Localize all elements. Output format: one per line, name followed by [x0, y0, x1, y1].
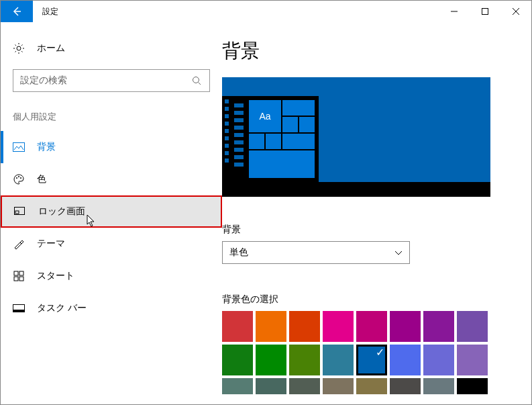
picture-icon [13, 141, 25, 153]
color-swatches [222, 311, 490, 394]
nav-background[interactable]: 背景 [1, 131, 222, 163]
nav-colors[interactable]: 色 [1, 163, 222, 195]
color-swatch[interactable] [256, 345, 286, 375]
color-swatch[interactable] [356, 345, 387, 375]
sidebar: ホーム 設定の検索 個人用設定 背景 色 ロック画面 [1, 22, 222, 404]
svg-point-6 [20, 177, 21, 179]
svg-rect-14 [13, 310, 25, 312]
color-swatch[interactable] [222, 311, 253, 342]
svg-rect-10 [19, 271, 23, 275]
search-icon [191, 75, 203, 87]
lock-screen-icon [14, 206, 26, 218]
svg-point-1 [17, 46, 21, 50]
close-icon [513, 8, 519, 15]
preview-tile-aa: Aa [249, 100, 281, 132]
nav-item-label: 色 [37, 173, 46, 185]
color-swatch[interactable] [256, 378, 286, 394]
window-title: 設定 [33, 1, 439, 22]
section-label: 個人用設定 [1, 111, 222, 131]
nav-item-label: タスク バー [37, 302, 87, 314]
page-title: 背景 [222, 38, 504, 64]
theme-icon [13, 238, 25, 250]
svg-point-5 [18, 176, 19, 177]
main-panel: 背景 Aa 背景 単色 背景色の選択 [222, 22, 531, 404]
color-swatch[interactable] [390, 311, 421, 342]
color-swatch[interactable] [423, 345, 454, 375]
color-swatch[interactable] [289, 345, 320, 375]
back-button[interactable] [1, 1, 33, 22]
color-swatch[interactable] [390, 345, 421, 375]
close-button[interactable] [500, 1, 531, 22]
svg-rect-11 [14, 277, 18, 281]
titlebar: 設定 [1, 1, 531, 22]
home-label: ホーム [37, 42, 65, 54]
color-swatch[interactable] [423, 378, 454, 394]
color-swatch[interactable] [256, 311, 286, 342]
color-swatch[interactable] [289, 378, 320, 394]
color-swatch[interactable] [390, 378, 421, 394]
taskbar-icon [13, 302, 25, 314]
nav-item-label: ロック画面 [38, 206, 85, 218]
svg-rect-0 [482, 9, 488, 15]
color-swatch[interactable] [457, 345, 488, 375]
minimize-icon [451, 8, 458, 15]
nav-lockscreen[interactable]: ロック画面 [1, 195, 222, 228]
color-swatch[interactable] [323, 345, 354, 375]
nav-themes[interactable]: テーマ [1, 228, 222, 260]
search-input[interactable]: 設定の検索 [13, 69, 210, 92]
nav-item-label: テーマ [37, 238, 65, 250]
background-type-label: 背景 [222, 224, 504, 236]
preview-start-menu: Aa [222, 96, 319, 182]
color-swatch[interactable] [457, 311, 488, 342]
palette-icon [13, 173, 25, 185]
minimize-button[interactable] [439, 1, 470, 22]
start-icon [13, 270, 25, 282]
nav-taskbar[interactable]: タスク バー [1, 292, 222, 324]
chevron-down-icon [394, 247, 403, 258]
color-swatch[interactable] [289, 311, 320, 342]
color-swatch[interactable] [222, 378, 253, 394]
svg-rect-8 [15, 211, 19, 214]
color-swatch[interactable] [323, 311, 354, 342]
color-swatch[interactable] [423, 311, 454, 342]
preview-taskbar [222, 182, 490, 197]
nav-item-label: スタート [37, 270, 74, 282]
home-link[interactable]: ホーム [1, 38, 222, 58]
svg-point-4 [16, 177, 17, 179]
dropdown-value: 単色 [229, 246, 248, 259]
nav-start[interactable]: スタート [1, 260, 222, 292]
search-placeholder: 設定の検索 [20, 75, 67, 87]
svg-point-2 [193, 77, 199, 83]
color-swatch[interactable] [356, 311, 387, 342]
color-swatch[interactable] [356, 378, 387, 394]
color-swatch[interactable] [323, 378, 354, 394]
maximize-icon [482, 8, 488, 15]
nav-item-label: 背景 [37, 141, 56, 153]
gear-icon [13, 42, 25, 54]
background-color-label: 背景色の選択 [222, 294, 504, 306]
svg-rect-9 [14, 271, 18, 275]
color-swatch[interactable] [222, 345, 253, 375]
maximize-button[interactable] [470, 1, 500, 22]
color-swatch[interactable] [457, 378, 488, 394]
arrow-left-icon [11, 6, 22, 17]
svg-rect-12 [19, 277, 23, 281]
background-type-dropdown[interactable]: 単色 [222, 241, 410, 264]
svg-rect-3 [13, 143, 25, 152]
background-preview: Aa [222, 77, 490, 197]
